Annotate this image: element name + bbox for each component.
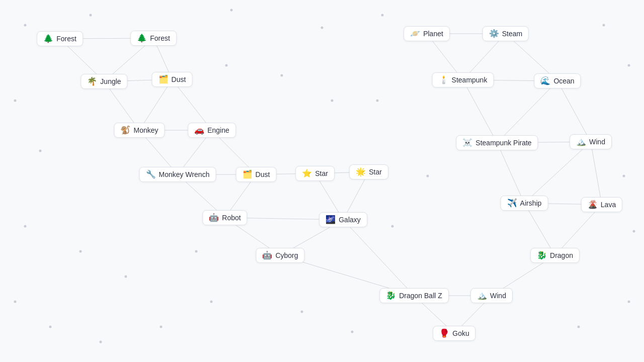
- node-galaxy[interactable]: 🌌Galaxy: [319, 212, 367, 227]
- node-airship[interactable]: ✈️Airship: [501, 196, 548, 211]
- svg-point-62: [628, 301, 630, 303]
- node-label-steampunk: Steampunk: [452, 76, 488, 84]
- node-label-star1: Star: [315, 169, 328, 177]
- node-steampunkpirate[interactable]: ☠️Steampunk Pirate: [456, 135, 538, 150]
- svg-point-71: [195, 250, 198, 253]
- node-icon-galaxy: 🌌: [326, 216, 336, 224]
- node-icon-steampunkpirate: ☠️: [462, 139, 472, 147]
- node-wind2[interactable]: 🏔️Wind: [470, 288, 513, 303]
- node-label-wind2: Wind: [490, 292, 506, 300]
- node-label-goku: Goku: [452, 329, 469, 337]
- node-icon-dragon: 🐉: [537, 251, 547, 259]
- background-dots: [0, 0, 644, 362]
- node-dust2[interactable]: 🗂️Dust: [236, 167, 277, 182]
- node-icon-star2: 🌟: [356, 168, 366, 176]
- svg-point-56: [100, 341, 102, 343]
- svg-point-48: [603, 24, 605, 27]
- svg-line-34: [524, 142, 591, 203]
- node-label-dust2: Dust: [256, 170, 270, 178]
- node-label-forest1: Forest: [56, 35, 76, 43]
- node-icon-dragonballz: 🐉: [386, 292, 396, 300]
- node-star1[interactable]: ⭐Star: [295, 166, 335, 181]
- node-monkeywrench[interactable]: 🔧Monkey Wrench: [139, 167, 216, 182]
- svg-line-30: [497, 81, 557, 143]
- node-icon-dust1: 🗂️: [158, 75, 169, 83]
- node-label-galaxy: Galaxy: [339, 216, 361, 224]
- svg-line-35: [591, 142, 602, 205]
- node-label-planet: Planet: [423, 30, 443, 38]
- node-icon-airship: ✈️: [507, 199, 517, 207]
- node-icon-star1: ⭐: [302, 169, 312, 177]
- node-icon-goku: 🥊: [439, 329, 449, 337]
- node-icon-monkeywrench: 🔧: [146, 170, 156, 178]
- node-cyborg[interactable]: 🤖Cyborg: [256, 248, 304, 263]
- node-wind1[interactable]: 🏔️Wind: [570, 134, 612, 149]
- svg-point-67: [391, 225, 394, 228]
- svg-point-44: [90, 14, 92, 17]
- node-label-cyborg: Cyborg: [275, 251, 298, 259]
- node-steampunk[interactable]: 🕯️Steampunk: [432, 72, 494, 87]
- node-monkey[interactable]: 🐒Monkey: [114, 123, 165, 138]
- node-star2[interactable]: 🌟Star: [349, 164, 388, 179]
- node-icon-forest2: 🌲: [137, 34, 147, 42]
- node-forest1[interactable]: 🌲Forest: [37, 31, 83, 46]
- svg-point-46: [321, 27, 324, 29]
- node-icon-wind1: 🏔️: [576, 138, 586, 146]
- svg-point-64: [623, 175, 625, 177]
- svg-point-53: [79, 250, 82, 253]
- svg-point-51: [39, 150, 42, 152]
- node-label-airship: Airship: [520, 199, 542, 207]
- node-label-lava: Lava: [601, 201, 616, 209]
- node-icon-cyborg: 🤖: [262, 251, 272, 259]
- node-icon-lava: 🌋: [588, 201, 598, 209]
- node-goku[interactable]: 🥊Goku: [433, 326, 475, 341]
- node-robot[interactable]: 🤖Robot: [202, 210, 247, 225]
- svg-line-31: [557, 81, 591, 142]
- svg-point-72: [125, 276, 127, 278]
- node-icon-monkey: 🐒: [120, 126, 130, 134]
- node-label-dragonballz: Dragon Ball Z: [399, 292, 442, 300]
- node-forest2[interactable]: 🌲Forest: [130, 31, 177, 46]
- node-dragon[interactable]: 🐉Dragon: [530, 248, 580, 263]
- node-icon-steampunk: 🕯️: [439, 76, 449, 84]
- svg-point-68: [331, 100, 334, 102]
- node-dragonballz[interactable]: 🐉Dragon Ball Z: [379, 288, 449, 303]
- node-icon-robot: 🤖: [209, 214, 219, 222]
- node-icon-jungle: 🌴: [87, 77, 97, 85]
- svg-point-70: [225, 64, 228, 67]
- svg-point-45: [230, 9, 233, 12]
- node-steam[interactable]: ⚙️Steam: [482, 26, 529, 41]
- node-icon-planet: 🪐: [410, 30, 420, 38]
- node-icon-dust2: 🗂️: [243, 170, 253, 178]
- node-label-jungle: Jungle: [100, 77, 121, 85]
- svg-point-43: [24, 24, 27, 27]
- node-jungle[interactable]: 🌴Jungle: [80, 74, 127, 89]
- node-label-engine: Engine: [207, 126, 229, 134]
- node-label-robot: Robot: [222, 214, 240, 222]
- svg-point-69: [281, 74, 283, 77]
- node-icon-engine: 🚗: [194, 126, 204, 134]
- svg-point-54: [14, 301, 17, 303]
- node-label-forest2: Forest: [150, 34, 170, 42]
- svg-point-61: [578, 326, 580, 328]
- node-planet[interactable]: 🪐Planet: [404, 26, 450, 41]
- svg-point-49: [628, 64, 630, 67]
- node-label-steampunkpirate: Steampunk Pirate: [475, 139, 531, 147]
- node-ocean[interactable]: 🌊Ocean: [534, 73, 581, 88]
- svg-point-65: [376, 100, 379, 102]
- node-lava[interactable]: 🌋Lava: [581, 197, 622, 212]
- node-label-star2: Star: [369, 168, 382, 176]
- node-engine[interactable]: 🚗Engine: [188, 123, 236, 138]
- node-label-ocean: Ocean: [553, 77, 574, 85]
- svg-point-50: [14, 100, 17, 102]
- svg-point-58: [210, 301, 213, 303]
- svg-point-57: [160, 326, 163, 328]
- svg-point-60: [351, 331, 354, 333]
- node-dust1[interactable]: 🗂️Dust: [152, 72, 193, 87]
- node-label-wind1: Wind: [589, 138, 605, 146]
- svg-line-33: [497, 143, 524, 203]
- node-label-monkey: Monkey: [133, 126, 158, 134]
- graph-canvas: 🌲Forest🌲Forest🌴Jungle🗂️Dust🐒Monkey🚗Engin…: [0, 0, 644, 362]
- svg-point-66: [427, 175, 429, 177]
- node-icon-ocean: 🌊: [540, 77, 550, 85]
